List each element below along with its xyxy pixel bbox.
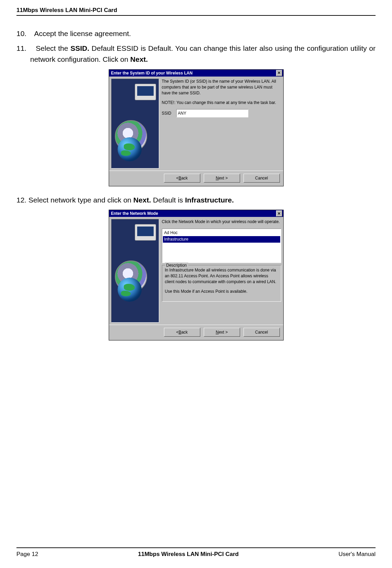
close-button[interactable]: ✕	[276, 70, 282, 76]
page-footer: Page 12 11Mbps Wireless LAN Mini-PCI Car…	[16, 547, 376, 558]
footer-manual: User's Manual	[338, 551, 376, 558]
dialog-ssid: Enter the System ID of your Wireless LAN…	[109, 69, 284, 186]
titlebar[interactable]: Enter the System ID of your Wireless LAN…	[109, 70, 283, 77]
btn-text-u: N	[216, 176, 219, 181]
step-text-bold-infra: Infrastructure.	[185, 196, 234, 204]
dialog-button-row: < Back Next > Cancel	[109, 325, 283, 340]
cancel-button[interactable]: Cancel	[243, 174, 280, 183]
ssid-label: SSID	[162, 111, 171, 116]
step-10: 10. Accept the license agreement.	[16, 28, 376, 39]
step-text-a: 12. Select network type and click on	[16, 196, 133, 204]
ssid-note: NOTE!: You can change this name at any t…	[162, 100, 281, 106]
dialog-content: Click the Network Mode in which your wir…	[162, 219, 281, 302]
ssid-input[interactable]	[176, 109, 248, 117]
description-group: Description In Infrastructure Mode all w…	[162, 265, 281, 302]
close-icon: ✕	[277, 71, 281, 75]
description-text-1: In Infrastructure Mode all wireless comm…	[165, 267, 278, 285]
btn-text-post: ack	[181, 176, 188, 181]
cancel-button[interactable]: Cancel	[243, 328, 280, 337]
next-button[interactable]: Next >	[204, 174, 240, 183]
dialog-button-row: < Back Next > Cancel	[109, 171, 283, 186]
btn-text-u: N	[216, 330, 219, 335]
step-text-bold-next: Next.	[130, 55, 148, 63]
btn-text-u: B	[179, 176, 181, 181]
close-button[interactable]: ✕	[276, 210, 282, 217]
step-number: 11.	[16, 44, 26, 52]
network-mode-list[interactable]: Ad Hoc Infrastructure	[162, 229, 281, 263]
step-text-bold-ssid: SSID.	[70, 44, 89, 52]
ssid-explanation: The System ID (or SSID) is the name of y…	[162, 79, 281, 96]
btn-text-post: ext >	[219, 176, 228, 181]
monitor-icon	[135, 84, 156, 100]
dialog-ssid-wrap: Enter the System ID of your Wireless LAN…	[16, 69, 376, 186]
wizard-sidebar-image	[111, 79, 159, 169]
dialog-title: Enter the Network Mode	[110, 211, 158, 216]
dialog-network-mode: Enter the Network Mode ✕ Click the Netwo…	[109, 210, 284, 340]
step-text-bold-next: Next.	[133, 196, 151, 204]
next-button[interactable]: Next >	[204, 328, 240, 337]
footer-page-number: Page 12	[16, 551, 38, 558]
dialog-content: The System ID (or SSID) is the name of y…	[162, 79, 281, 169]
content-area: 10. Accept the license agreement. 11. Se…	[16, 28, 376, 340]
step-text-a: Select the	[36, 44, 70, 52]
description-legend: Description	[165, 263, 188, 268]
list-item[interactable]: Infrastructure	[163, 236, 280, 243]
step-11: 11. Select the SSID. Default ESSID is De…	[16, 43, 376, 65]
step-12: 12. Select network type and click on Nex…	[16, 195, 376, 206]
back-button[interactable]: < Back	[164, 174, 200, 183]
btn-text-pre: <	[176, 176, 179, 181]
description-text-2: Use this Mode if an Access Point is avai…	[165, 289, 278, 294]
footer-product: 11Mbps Wireless LAN Mini-PCI Card	[138, 551, 239, 558]
step-number: 10.	[16, 30, 26, 37]
mode-intro: Click the Network Mode in which your wir…	[162, 219, 281, 225]
btn-text-post: ext >	[219, 330, 228, 335]
page-header: 11Mbps Wireless LAN Mini-PCI Card	[16, 7, 376, 16]
close-icon: ✕	[277, 212, 281, 216]
btn-text-u: B	[179, 330, 181, 335]
titlebar[interactable]: Enter the Network Mode ✕	[109, 210, 283, 217]
btn-text-post: ack	[181, 330, 188, 335]
list-item[interactable]: Ad Hoc	[163, 230, 280, 236]
dialog-title: Enter the System ID of your Wireless LAN	[110, 71, 193, 76]
wizard-sidebar-image	[111, 219, 159, 323]
globe-icon	[118, 278, 142, 302]
globe-icon	[118, 137, 142, 161]
step-text: Accept the license agreement.	[34, 30, 131, 37]
dialog-mode-wrap: Enter the Network Mode ✕ Click the Netwo…	[16, 210, 376, 340]
back-button[interactable]: < Back	[164, 328, 200, 337]
btn-text-pre: <	[176, 330, 179, 335]
monitor-icon	[135, 224, 156, 241]
step-text-c: Default is	[153, 196, 185, 204]
